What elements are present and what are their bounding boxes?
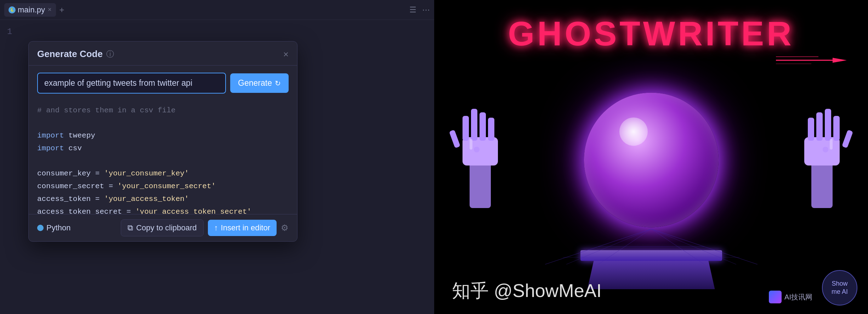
- editor-area[interactable]: 1 Generate Code ⓘ × Generate ↻ # and sto: [0, 20, 434, 314]
- code-line-2: import tweepy: [37, 129, 289, 142]
- purple-orb: [577, 85, 726, 234]
- insert-in-editor-button[interactable]: ↑ Insert in editor: [208, 220, 277, 236]
- svg-rect-7: [471, 109, 477, 141]
- aitech-text: AI技讯网: [784, 292, 812, 302]
- line-number-1: 1: [7, 27, 21, 37]
- svg-point-21: [823, 147, 828, 152]
- spin-icon: ↻: [275, 79, 281, 88]
- svg-rect-4: [470, 158, 491, 208]
- orb-shine: [619, 117, 648, 146]
- svg-point-12: [474, 147, 480, 152]
- aitech-badge: AI技讯网: [765, 288, 817, 305]
- svg-rect-8: [480, 112, 486, 141]
- svg-rect-10: [449, 130, 460, 148]
- showme-ai-text: Show me AI: [832, 280, 848, 296]
- svg-rect-11: [470, 139, 472, 150]
- tab-bar-actions: ☰ ⋯: [409, 5, 430, 15]
- language-indicator: Python: [37, 223, 71, 232]
- svg-marker-1: [833, 58, 847, 63]
- tab-filename: main.py: [18, 5, 45, 15]
- code-line-6: access_token = 'your_access_token': [37, 193, 289, 206]
- code-line-3: import csv: [37, 142, 289, 155]
- modal-footer: Python ⧉ Copy to clipboard ↑ Insert in e…: [29, 214, 297, 241]
- showme-ai-badge: Show me AI: [822, 270, 857, 305]
- ghostwriter-subtitle-line: [776, 55, 847, 68]
- svg-rect-18: [808, 118, 814, 141]
- menu-button[interactable]: ☰: [409, 5, 416, 15]
- svg-rect-15: [833, 116, 840, 141]
- insert-label: Insert in editor: [221, 223, 270, 232]
- modal-header: Generate Code ⓘ ×: [29, 41, 297, 66]
- code-line-1: # and stores them in a csv file: [37, 104, 289, 117]
- svg-rect-17: [816, 112, 823, 141]
- insert-icon: ↑: [214, 223, 218, 232]
- code-output-area: # and stores them in a csv file import t…: [29, 101, 297, 214]
- svg-rect-5: [463, 137, 498, 166]
- copy-to-clipboard-button[interactable]: ⧉ Copy to clipboard: [121, 219, 203, 236]
- pedestal-body: [588, 261, 715, 289]
- bottom-overlay: 知乎 @ShowMeAI: [452, 279, 602, 303]
- settings-button[interactable]: ⚙: [281, 223, 289, 233]
- ghostwriter-background: GHOSTWRITER: [434, 0, 868, 314]
- modal-close-button[interactable]: ×: [283, 50, 289, 59]
- code-line-4: consumer_key = 'your_consumer_key': [37, 167, 289, 180]
- tab-close-button[interactable]: ×: [48, 6, 52, 13]
- tab-bar: 🐍 main.py × + ☰ ⋯: [0, 0, 434, 20]
- zhihu-attribution: 知乎 @ShowMeAI: [452, 279, 602, 303]
- editor-tab[interactable]: 🐍 main.py ×: [4, 3, 56, 17]
- more-options-button[interactable]: ⋯: [422, 5, 430, 15]
- generate-button-label: Generate: [238, 78, 272, 88]
- code-comment: # and stores them in a csv file: [37, 106, 176, 114]
- add-tab-button[interactable]: +: [59, 5, 64, 15]
- ghostwriter-panel: GHOSTWRITER: [434, 0, 868, 314]
- copy-label: Copy to clipboard: [136, 223, 197, 232]
- generate-button[interactable]: Generate ↻: [230, 73, 289, 93]
- svg-rect-14: [804, 137, 840, 166]
- right-robot-hand: [776, 95, 861, 208]
- svg-rect-20: [830, 139, 833, 150]
- ghostwriter-title: GHOSTWRITER: [508, 14, 794, 53]
- svg-rect-6: [463, 116, 469, 141]
- python-icon: [37, 225, 44, 231]
- runway-lines: [545, 229, 758, 264]
- aitech-icon: [769, 291, 782, 303]
- copy-icon: ⧉: [127, 223, 133, 232]
- editor-panel: 🐍 main.py × + ☰ ⋯ 1 Generate Code ⓘ ×: [0, 0, 434, 314]
- orb-sphere: [584, 92, 719, 227]
- file-icon: 🐍: [8, 6, 16, 13]
- left-robot-hand: [441, 95, 526, 208]
- code-prompt-input[interactable]: [37, 73, 226, 94]
- generate-code-modal: Generate Code ⓘ × Generate ↻ # and store…: [28, 41, 297, 242]
- language-label: Python: [46, 223, 71, 232]
- code-line-7: access_token_secret = 'your_access_token…: [37, 206, 289, 214]
- svg-rect-13: [811, 158, 833, 208]
- svg-rect-9: [488, 118, 494, 141]
- modal-title: Generate Code: [37, 49, 103, 60]
- modal-input-row: Generate ↻: [29, 66, 297, 101]
- modal-info-icon[interactable]: ⓘ: [106, 49, 114, 60]
- code-line-5: consumer_secret = 'your_consumer_secret': [37, 180, 289, 193]
- svg-rect-19: [842, 130, 853, 148]
- svg-rect-16: [825, 109, 831, 141]
